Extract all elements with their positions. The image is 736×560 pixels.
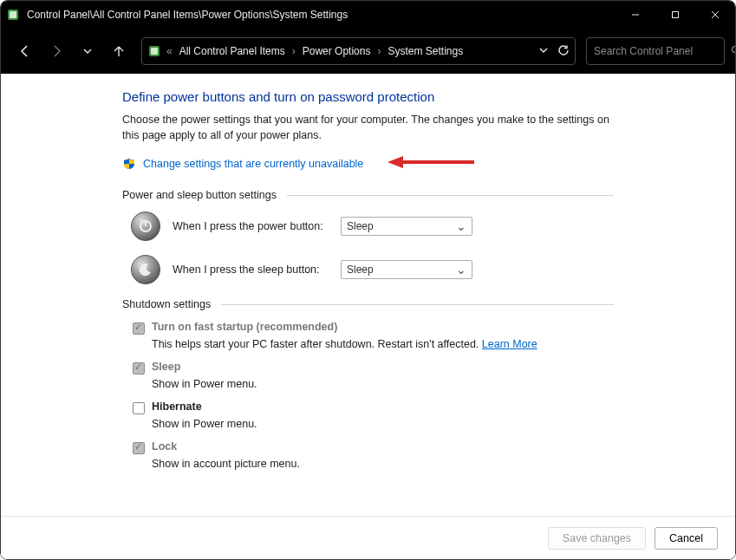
svg-marker-11 <box>388 156 403 168</box>
breadcrumb[interactable]: System Settings <box>386 45 465 57</box>
divider <box>287 195 614 196</box>
back-button[interactable] <box>11 37 39 65</box>
lock-label: Lock <box>152 440 177 453</box>
save-changes-button: Save changes <box>548 527 646 550</box>
annotation-arrow-icon <box>388 153 474 173</box>
fast-startup-desc: This helps start your PC faster after sh… <box>152 338 614 350</box>
svg-rect-3 <box>673 12 679 18</box>
lock-desc: Show in account picture menu. <box>152 458 614 470</box>
refresh-button[interactable] <box>557 44 570 59</box>
page-subtext: Choose the power settings that you want … <box>122 113 614 143</box>
history-chevron-icon[interactable]: « <box>166 45 173 57</box>
chevron-right-icon[interactable]: › <box>292 45 296 57</box>
section-power-sleep-buttons: Power and sleep button settings <box>122 189 277 201</box>
hibernate-desc: Show in Power menu. <box>152 418 614 430</box>
svg-rect-1 <box>10 11 16 18</box>
control-panel-icon <box>6 8 20 22</box>
divider <box>221 304 614 305</box>
sleep-button-action-label: When I press the sleep button: <box>173 264 329 276</box>
svg-rect-7 <box>151 48 158 55</box>
uac-shield-icon <box>122 157 136 171</box>
change-unavailable-settings-link[interactable]: Change settings that are currently unava… <box>143 158 363 170</box>
hibernate-checkbox <box>133 402 145 414</box>
cancel-button[interactable]: Cancel <box>655 527 718 550</box>
forward-button[interactable] <box>42 37 70 65</box>
lock-checkbox <box>133 442 145 454</box>
sleep-checkbox <box>133 362 145 374</box>
sleep-button-action-value: Sleep <box>347 264 374 276</box>
breadcrumb[interactable]: Power Options <box>301 45 373 57</box>
fast-startup-label: Turn on fast startup (recommended) <box>152 321 337 333</box>
close-button[interactable] <box>695 1 735 29</box>
chevron-right-icon[interactable]: › <box>377 45 381 57</box>
sleep-label: Sleep <box>152 361 180 373</box>
up-button[interactable] <box>105 37 133 65</box>
sleep-button-action-select[interactable]: Sleep <box>341 260 472 279</box>
minimize-button[interactable] <box>616 1 655 29</box>
hibernate-label: Hibernate <box>152 400 202 413</box>
search-input[interactable] <box>594 45 724 57</box>
previous-locations-button[interactable] <box>538 45 549 58</box>
svg-point-8 <box>733 46 737 52</box>
fast-startup-checkbox <box>133 322 145 335</box>
page-title: Define power buttons and turn on passwor… <box>122 89 614 104</box>
maximize-button[interactable] <box>655 1 695 29</box>
breadcrumb[interactable]: All Control Panel Items <box>178 45 287 57</box>
window-title: Control Panel\All Control Panel Items\Po… <box>27 9 616 21</box>
search-box[interactable] <box>586 37 725 65</box>
sleep-desc: Show in Power menu. <box>152 378 614 390</box>
power-button-action-select[interactable]: Sleep <box>341 217 472 236</box>
search-icon <box>731 45 736 58</box>
sleep-icon <box>131 255 160 284</box>
learn-more-link[interactable]: Learn More <box>482 338 537 350</box>
address-bar[interactable]: « All Control Panel Items › Power Option… <box>141 37 576 65</box>
power-button-action-value: Sleep <box>347 220 374 232</box>
power-button-action-label: When I press the power button: <box>173 220 329 232</box>
recent-locations-button[interactable] <box>74 37 101 65</box>
control-panel-icon <box>147 44 161 58</box>
power-icon <box>131 212 160 241</box>
section-shutdown-settings: Shutdown settings <box>122 298 211 310</box>
